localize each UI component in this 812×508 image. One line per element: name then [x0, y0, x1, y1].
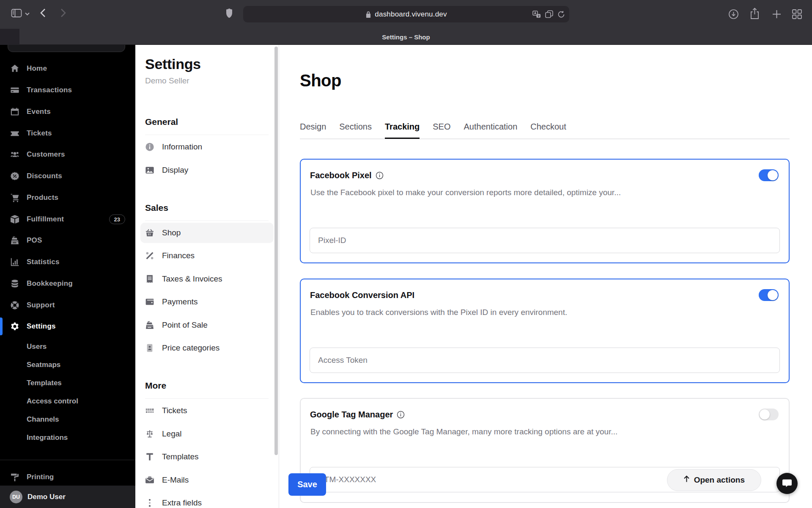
- panel-item-label: Price categories: [162, 343, 219, 353]
- card-description: Use the Facebook pixel to make your conv…: [310, 188, 751, 197]
- sidebar-search[interactable]: [8, 45, 125, 52]
- legal-icon: [145, 429, 154, 439]
- panel-item-label: Information: [162, 142, 202, 152]
- sidebar-item-printing[interactable]: Printing: [0, 467, 135, 488]
- sidebar-item-label: Customers: [27, 150, 65, 159]
- facebook-conversion-api-input[interactable]: [310, 348, 780, 373]
- sidebar-item-pos[interactable]: POS: [0, 230, 135, 251]
- plus-icon[interactable]: [772, 9, 782, 19]
- chat-bubble-button[interactable]: [776, 473, 798, 494]
- sidebar-item-label: Statistics: [27, 258, 60, 266]
- sidebar-item-bookkeeping[interactable]: Bookkeeping: [0, 273, 135, 295]
- panel-item-tickets[interactable]: Tickets: [140, 400, 274, 421]
- panel-item-label: E-Mails: [162, 475, 189, 485]
- sidebar-item-label: Products: [27, 193, 58, 202]
- tab-tracking[interactable]: Tracking: [385, 122, 420, 139]
- sidebar-subitem-access-control[interactable]: Access control: [0, 392, 135, 410]
- panel-section-divider: [145, 398, 269, 399]
- panel-item-information[interactable]: Information: [140, 137, 274, 157]
- card-title: Facebook Conversion API: [310, 290, 414, 300]
- reload-icon[interactable]: [557, 11, 565, 18]
- sidebar-subitem-label: Users: [27, 342, 47, 351]
- sidebar-subitem-seatmaps[interactable]: Seatmaps: [0, 356, 135, 374]
- open-actions-label: Open actions: [694, 475, 745, 485]
- forward-icon[interactable]: [60, 8, 66, 17]
- sidebar-toggle-icon[interactable]: [11, 8, 22, 18]
- sidebar-subitem-channels[interactable]: Channels: [0, 410, 135, 428]
- panel-item-finances[interactable]: Finances: [140, 246, 274, 266]
- facebook-pixel-toggle[interactable]: [759, 169, 779, 181]
- card-title-text: Google Tag Manager: [310, 410, 393, 420]
- back-icon[interactable]: [40, 8, 46, 17]
- templates-icon: [145, 452, 154, 461]
- user-menu[interactable]: DU Demo User: [0, 486, 135, 508]
- panel-item-point-of-sale[interactable]: Point of Sale: [140, 315, 274, 335]
- sidebar-item-support[interactable]: Support: [0, 294, 135, 316]
- facebook-conversion-api-toggle[interactable]: [759, 289, 779, 301]
- panel-item-label: Shop: [162, 228, 181, 237]
- sidebar-item-fulfillment[interactable]: Fulfillment23: [0, 208, 135, 230]
- panel-item-label: Display: [162, 166, 188, 175]
- url-text: dashboard.vivenu.dev: [375, 10, 447, 19]
- sidebar-item-customers[interactable]: Customers: [0, 144, 135, 166]
- sidebar-item-tickets[interactable]: Tickets: [0, 122, 135, 144]
- tab-authentication[interactable]: Authentication: [464, 122, 518, 139]
- sidebar-subitem-label: Access control: [27, 397, 78, 406]
- download-icon[interactable]: [728, 9, 739, 19]
- tickets-icon: [10, 128, 20, 138]
- sidebar-subitem-label: Channels: [27, 415, 59, 424]
- panel-item-templates[interactable]: Templates: [140, 447, 274, 467]
- toggle-knob: [768, 290, 778, 300]
- tab-overview-icon[interactable]: [792, 9, 802, 19]
- sidebar-item-settings[interactable]: Settings: [0, 316, 135, 337]
- shield-icon[interactable]: [225, 8, 234, 19]
- arrow-up-icon: [683, 475, 690, 485]
- google-tag-manager-toggle[interactable]: [759, 409, 779, 420]
- panel-item-payments[interactable]: Payments: [140, 292, 274, 312]
- tab-design[interactable]: Design: [300, 122, 326, 139]
- panel-item-display[interactable]: Display: [140, 160, 274, 180]
- panel-title: Settings: [145, 56, 201, 72]
- panel-scrollbar[interactable]: [274, 47, 278, 455]
- sidebar-subitem-users[interactable]: Users: [0, 337, 135, 356]
- tab-checkout[interactable]: Checkout: [530, 122, 566, 139]
- panel-item-legal[interactable]: Legal: [140, 424, 274, 444]
- sidebar-item-products[interactable]: Products: [0, 187, 135, 209]
- sidebar-item-label: Discounts: [27, 172, 62, 180]
- sidebar-subitem-templates[interactable]: Templates: [0, 374, 135, 392]
- sidebar-item-transactions[interactable]: Transactions: [0, 80, 135, 101]
- sidebar-item-events[interactable]: Events: [0, 101, 135, 123]
- sidebar-item-discounts[interactable]: Discounts: [0, 166, 135, 187]
- sidebar-item-label: Transactions: [27, 86, 72, 94]
- address-bar[interactable]: dashboard.vivenu.dev: [243, 6, 569, 22]
- fulfillment-count-badge: 23: [109, 214, 125, 224]
- panel-item-label: Payments: [162, 297, 198, 306]
- share-icon[interactable]: [750, 8, 760, 20]
- save-button[interactable]: Save: [288, 473, 326, 496]
- panel-item-e-mails[interactable]: E-Mails: [140, 470, 274, 490]
- chat-icon: [782, 478, 793, 489]
- sidebar-item-label: Fulfillment: [27, 215, 64, 224]
- tab-sections[interactable]: Sections: [339, 122, 372, 139]
- translate-icon[interactable]: [532, 11, 541, 18]
- panel-item-shop[interactable]: Shop: [140, 223, 274, 243]
- sidebar-subitem-integrations[interactable]: Integrations: [0, 428, 135, 447]
- tab-seo[interactable]: SEO: [433, 122, 450, 139]
- lock-icon: [365, 11, 371, 18]
- panel-item-label: Extra fields: [162, 498, 202, 508]
- panel-item-price-categories[interactable]: Price categories: [140, 338, 274, 358]
- panel-section-divider: [145, 135, 269, 135]
- facebook-pixel-input[interactable]: [310, 228, 780, 253]
- panel-item-label: Legal: [162, 429, 182, 439]
- panel-item-extra-fields[interactable]: Extra fields: [140, 493, 274, 508]
- tab-stack-icon[interactable]: [545, 10, 553, 18]
- main-content: Shop DesignSectionsTrackingSEOAuthentica…: [279, 45, 812, 508]
- sidebar-item-statistics[interactable]: Statistics: [0, 251, 135, 273]
- home-icon: [10, 64, 20, 74]
- google-tag-manager-card: Google Tag ManagerBy connecting with the…: [300, 398, 790, 503]
- sidebar-item-home[interactable]: Home: [0, 58, 135, 80]
- panel-item-taxes-invoices[interactable]: Taxes & Invoices: [140, 269, 274, 289]
- panel-section-heading-sales: Sales: [145, 203, 168, 213]
- open-actions-button[interactable]: Open actions: [667, 469, 761, 491]
- chevron-down-icon[interactable]: [25, 12, 30, 16]
